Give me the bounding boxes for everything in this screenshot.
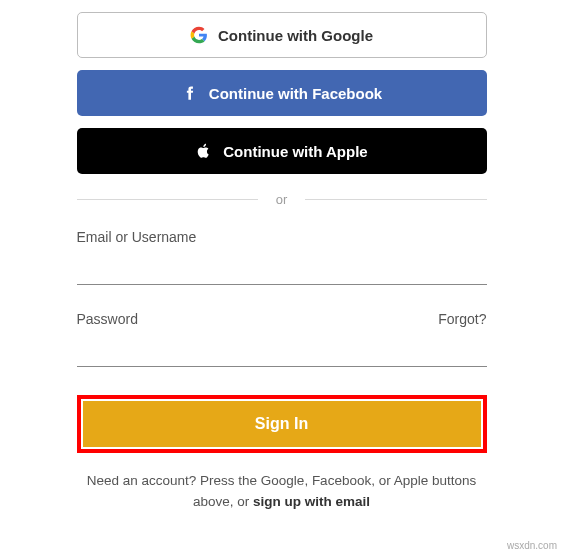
footer-text: Need an account? Press the Google, Faceb…: [77, 471, 487, 513]
email-label-row: Email or Username: [77, 229, 487, 245]
continue-google-button[interactable]: Continue with Google: [77, 12, 487, 58]
facebook-button-label: Continue with Facebook: [209, 85, 382, 102]
apple-button-label: Continue with Apple: [223, 143, 367, 160]
divider: or: [77, 192, 487, 207]
divider-text: or: [258, 192, 306, 207]
continue-facebook-button[interactable]: Continue with Facebook: [77, 70, 487, 116]
email-field[interactable]: [77, 251, 487, 285]
continue-apple-button[interactable]: Continue with Apple: [77, 128, 487, 174]
password-field[interactable]: [77, 333, 487, 367]
signin-button-label: Sign In: [255, 415, 308, 432]
signin-button[interactable]: Sign In: [83, 401, 481, 447]
login-panel: Continue with Google Continue with Faceb…: [77, 0, 487, 513]
signup-link[interactable]: sign up with email: [253, 494, 370, 509]
password-label-row: Password Forgot?: [77, 311, 487, 327]
password-label: Password: [77, 311, 138, 327]
forgot-link[interactable]: Forgot?: [438, 311, 486, 327]
divider-line-left: [77, 199, 258, 200]
email-label: Email or Username: [77, 229, 197, 245]
google-icon: [190, 26, 208, 44]
divider-line-right: [305, 199, 486, 200]
google-button-label: Continue with Google: [218, 27, 373, 44]
facebook-icon: [181, 84, 199, 102]
signin-highlight: Sign In: [77, 395, 487, 453]
watermark: wsxdn.com: [507, 540, 557, 551]
apple-icon: [195, 142, 213, 160]
